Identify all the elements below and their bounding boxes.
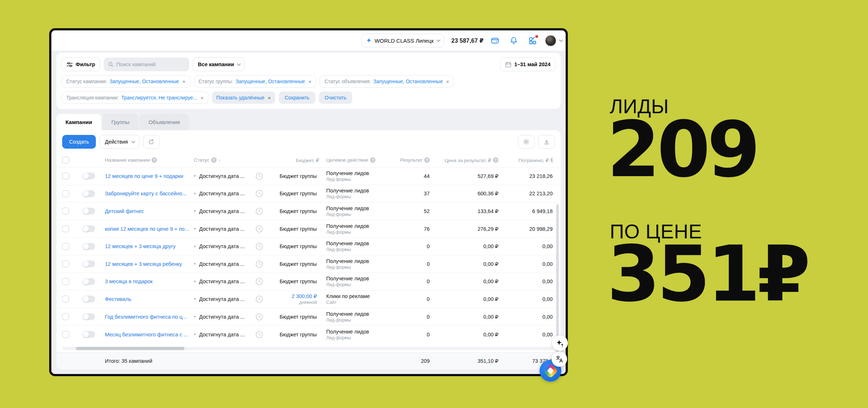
schedule-clock-icon[interactable] [255,225,271,233]
help-icon[interactable]: ? [550,157,553,163]
avatar[interactable] [545,35,556,46]
budget-value[interactable]: Бюджет группы [271,208,317,214]
row-checkbox[interactable] [62,208,69,214]
filter-chip-broadcast[interactable]: Трансляция кампании: Транслируется, Не т… [61,92,208,104]
campaign-name-link[interactable]: 12 месяцев + 3 месяца ребенку [105,261,194,267]
campaign-name-link[interactable]: 3 месяца в подарок [105,279,194,284]
budget-value[interactable]: Бюджет группы [271,173,317,179]
row-toggle-switch[interactable] [82,208,95,214]
help-icon[interactable]: ? [493,157,498,163]
schedule-clock-icon[interactable] [255,207,271,215]
campaign-name-link[interactable]: Детский фитнес [105,208,194,214]
budget-value[interactable]: Бюджет группы [271,226,317,232]
campaign-name-link[interactable]: Фестиваль [105,296,194,302]
chevron-down-icon[interactable] [559,38,563,42]
schedule-clock-icon[interactable] [255,277,271,285]
row-checkbox[interactable] [62,313,69,320]
schedule-clock-icon[interactable] [255,295,271,303]
filter-button[interactable]: Фильтр [61,58,100,71]
campaign-scope-select[interactable]: Все кампании [193,58,245,71]
row-checkbox[interactable] [62,296,69,302]
actions-button[interactable]: Действия [99,135,140,149]
vertical-scrollbar-thumb[interactable] [556,204,559,358]
row-checkbox[interactable] [62,243,69,250]
clear-filters-button[interactable]: Очистить [319,92,352,104]
row-toggle-switch[interactable] [82,173,95,179]
schedule-clock-icon[interactable] [255,260,271,268]
filter-chip-group-status[interactable]: Статус группы: Запущенные, Остановленные… [194,75,316,88]
help-icon[interactable]: ? [424,157,430,163]
close-icon[interactable]: × [308,79,311,84]
campaign-name-link[interactable]: Месяц безлимитного фитнеса с ... [105,332,194,337]
goal-title: Получение лидов [326,223,391,229]
row-toggle-switch[interactable] [82,225,95,232]
row-toggle-switch[interactable] [82,313,95,320]
row-checkbox[interactable] [62,173,69,179]
row-toggle-switch[interactable] [82,331,95,338]
row-toggle-switch[interactable] [82,243,95,250]
select-all-checkbox[interactable] [62,157,69,163]
export-button[interactable] [538,135,555,149]
campaign-name-link[interactable]: 12 месяцев по цене 9 + подарки [105,173,194,179]
row-checkbox[interactable] [62,331,69,338]
row-toggle-switch[interactable] [82,296,95,302]
tab-ads[interactable]: Объявления [140,114,189,130]
schedule-clock-icon[interactable] [255,242,271,250]
header-status[interactable]: Статус ? ↓ [194,157,255,163]
budget-value[interactable]: 2 300,00 ₽ [271,293,317,299]
budget-value[interactable]: Бюджет группы [271,261,317,267]
refresh-button[interactable] [143,135,160,149]
schedule-clock-icon[interactable] [255,172,271,180]
goal-subtitle: Лид-формы [326,177,391,182]
schedule-clock-icon[interactable] [255,313,271,321]
save-filters-button[interactable]: Сохранить [279,92,315,104]
budget-value[interactable]: Бюджет группы [271,279,317,284]
budget-value[interactable]: Бюджет группы [271,243,317,249]
ai-assistant-button[interactable] [552,335,568,351]
help-icon[interactable]: ? [370,157,375,163]
filter-chip-campaign-status[interactable]: Статус кампании: Запущенные, Остановленн… [61,75,190,88]
budget-value[interactable]: Бюджет группы [271,314,317,320]
close-icon[interactable]: × [446,79,449,84]
apps-grid-icon[interactable] [528,36,537,45]
campaign-name-link[interactable]: 12 месяцев + 3 месяца другу [105,243,194,249]
horizontal-scrollbar-thumb[interactable] [76,347,184,350]
search-input[interactable] [116,61,185,67]
settings-button[interactable] [518,135,535,149]
tab-campaigns[interactable]: Кампании [56,114,101,130]
help-icon[interactable]: ? [152,157,157,163]
search-box[interactable] [104,58,189,71]
schedule-clock-icon[interactable] [255,190,271,197]
wallet-icon[interactable] [490,36,499,45]
tab-groups[interactable]: Группы [102,114,139,130]
row-checkbox[interactable] [62,225,69,232]
filter-chip-ad-status[interactable]: Статус объявления: Запущенные, Остановле… [320,75,454,88]
schedule-clock-icon[interactable] [255,331,271,339]
close-icon[interactable]: × [200,95,204,101]
campaign-name-link[interactable]: копия 12 месяцев по цене 9 + по... [105,226,194,232]
campaign-name-link[interactable]: Забронируйте карту с бассейно... [105,191,194,196]
chip-label: Статус объявления: [324,79,371,84]
create-button[interactable]: Создать [62,135,96,149]
close-icon[interactable]: × [268,95,271,101]
row-checkbox[interactable] [62,190,69,197]
campaign-name-link[interactable]: Год безлимитного фитнеса по ц... [105,314,194,320]
translate-button[interactable] [552,351,567,367]
table-row: Месяц безлимитного фитнеса с ... ● Дости… [56,326,561,343]
close-icon[interactable]: × [182,79,186,84]
status-dot-icon: ● [194,174,196,178]
bell-icon[interactable] [509,36,518,45]
row-toggle-switch[interactable] [82,260,95,267]
budget-value[interactable]: Бюджет группы [271,191,317,196]
row-toggle-switch[interactable] [82,278,95,285]
budget-value[interactable]: Бюджет группы [271,332,317,337]
date-range-picker[interactable]: 1–31 май 2024 [500,58,556,71]
filter-chip-show-deleted[interactable]: Показать удалённые × [212,92,275,104]
row-checkbox[interactable] [62,278,69,285]
horizontal-scrollbar-track[interactable] [62,347,553,350]
help-icon[interactable]: ? [211,157,217,163]
row-toggle-switch[interactable] [82,190,95,197]
account-switcher[interactable]: WORLD CLASS Липецк [361,34,444,47]
totals-result: 209 [391,358,430,364]
row-checkbox[interactable] [62,260,69,267]
